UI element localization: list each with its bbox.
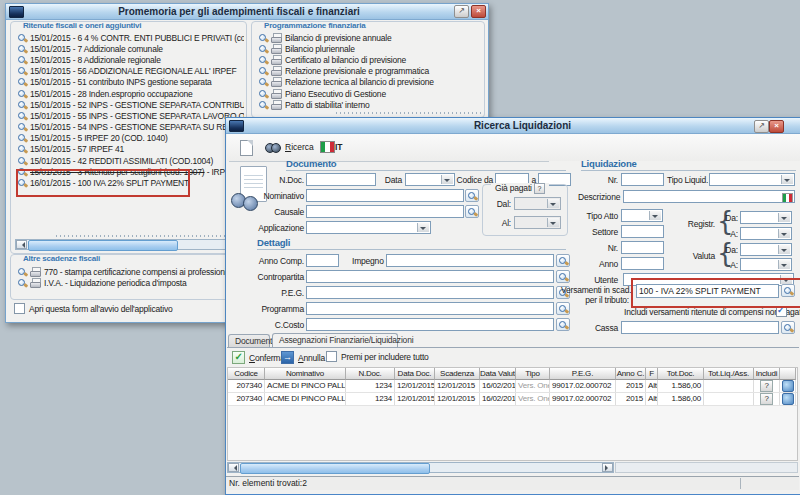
includi-help-button[interactable]: ?: [760, 380, 773, 392]
list-item[interactable]: 15/01/2015 - 7 Addizionale comunale: [17, 43, 244, 54]
list-item[interactable]: Bilancio di previsione annuale: [258, 32, 482, 43]
list-item[interactable]: Bilancio pluriennale: [258, 43, 482, 54]
dal-combo[interactable]: [514, 197, 561, 210]
column-header[interactable]: Includi: [754, 368, 780, 380]
column-header[interactable]: Tot.Liq./Ass.: [704, 368, 754, 380]
column-header[interactable]: P.E.G.: [550, 368, 616, 380]
list-item[interactable]: 15/01/2015 - 54 INPS - GESTIONE SEPARATA…: [17, 122, 244, 133]
versamenti-lookup-button[interactable]: [781, 284, 795, 297]
registr-a-combo[interactable]: [740, 227, 792, 240]
contropartita-input[interactable]: [306, 270, 554, 283]
list-item[interactable]: 15/01/2015 - 6 4 % CONTR. ENTI PUBBLICI …: [17, 32, 244, 43]
startup-checkbox[interactable]: [14, 303, 25, 314]
tipo-atto-combo[interactable]: [621, 209, 663, 222]
contropartita-lookup-button[interactable]: [556, 270, 570, 283]
list-item[interactable]: Relazione previsionale e programmatica: [258, 66, 482, 77]
help-icon[interactable]: ?: [534, 183, 545, 194]
column-header[interactable]: Tipo: [516, 368, 550, 380]
close-button[interactable]: ×: [471, 5, 486, 18]
registr-da-combo[interactable]: [740, 211, 792, 224]
descrizione-input[interactable]: [623, 190, 795, 203]
scrollbar-thumb[interactable]: [28, 240, 178, 251]
versamenti-input[interactable]: 100 - IVA 22% SPLIT PAYMENT: [636, 284, 779, 298]
column-header[interactable]: Codice: [228, 368, 265, 380]
column-header[interactable]: Tot.Doc.: [658, 368, 704, 380]
annulla-button[interactable]: → Annulla: [281, 351, 325, 364]
column-header[interactable]: F: [646, 368, 658, 380]
list-item[interactable]: 15/01/2015 - 42 REDDITI ASSIMILATI (COD.…: [17, 155, 244, 166]
ndoc-input[interactable]: [306, 173, 376, 186]
ricerca-button[interactable]: Ricerca: [285, 142, 314, 152]
ccosto-lookup-button[interactable]: [556, 318, 570, 331]
list-item[interactable]: 15/01/2015 - 52 INPS - GESTIONE SEPARATA…: [17, 99, 244, 110]
list-item[interactable]: I.V.A. - Liquidazione periodica d'impost…: [17, 277, 244, 288]
premi-checkbox-row[interactable]: Premi per includere tutto: [326, 351, 429, 362]
table-horizontal-scrollbar[interactable]: [227, 462, 614, 473]
column-header[interactable]: Scadenza: [435, 368, 480, 380]
applicazione-combo[interactable]: [306, 221, 431, 234]
list-item[interactable]: Patto di stabilita' interno: [258, 99, 482, 110]
table-row[interactable]: 207340ACME DI PINCO PALLA123412/01/20151…: [228, 393, 797, 406]
tab-documenti[interactable]: Documenti: [228, 334, 270, 347]
list-item[interactable]: 16/01/2015 - 100 IVA 22% SPLIT PAYMENT: [17, 177, 244, 188]
settore-input[interactable]: [621, 225, 664, 238]
list-item[interactable]: 15/01/2015 - 28 Inden.esproprio occupazi…: [17, 88, 244, 99]
scrollbar-thumb[interactable]: [240, 463, 430, 474]
causale-lookup-button[interactable]: [465, 205, 479, 218]
horizontal-scrollbar[interactable]: [15, 239, 241, 250]
includi-versamenti-checkbox[interactable]: [776, 306, 787, 317]
column-header[interactable]: [780, 368, 796, 380]
list-item[interactable]: Piano Esecutivo di Gestione: [258, 88, 482, 99]
premi-checkbox[interactable]: [326, 351, 337, 362]
programma-input[interactable]: [306, 302, 554, 315]
binoculars-icon[interactable]: [265, 142, 281, 153]
nominativo-input[interactable]: [306, 189, 464, 202]
table-row[interactable]: 207340ACME DI PINCO PALLA123412/01/20151…: [228, 380, 797, 393]
italy-flag-icon[interactable]: [320, 141, 335, 153]
list-item[interactable]: 15/01/2015 - 55 INPS - GESTIONE SEPARATA…: [17, 110, 244, 121]
list-item[interactable]: 15/01/2015 - 5 IRPEF 20 (COD. 1040): [17, 133, 244, 144]
row-action-icon[interactable]: [782, 393, 794, 405]
anno-input[interactable]: [621, 257, 664, 270]
al-combo[interactable]: [514, 216, 561, 229]
startup-checkbox-row[interactable]: Apri questa form all'avvio dell'applicat…: [14, 303, 172, 314]
list-item[interactable]: 15/01/2015 - 8 Addizionale regionale: [17, 54, 244, 65]
column-header[interactable]: N.Doc.: [346, 368, 395, 380]
cassa-input[interactable]: [621, 321, 779, 334]
column-header[interactable]: Data Valuta: [480, 368, 516, 380]
column-header[interactable]: Anno C.: [616, 368, 646, 380]
anno-comp-input[interactable]: [306, 254, 339, 267]
conferma-button[interactable]: ✓ Conferma: [232, 351, 285, 364]
list-item[interactable]: Relazione tecnica al bilancio di previsi…: [258, 77, 482, 88]
new-document-icon[interactable]: [240, 140, 253, 156]
includi-help-button[interactable]: ?: [760, 393, 773, 405]
peg-input[interactable]: [306, 286, 554, 299]
column-header[interactable]: Data Doc.: [395, 368, 435, 380]
impegno-lookup-button[interactable]: [556, 254, 570, 267]
list-item[interactable]: 15/01/2015 - 3 Ritenuto per scaglioni (c…: [17, 166, 244, 177]
column-header[interactable]: Nominativo: [265, 368, 346, 380]
data-combo[interactable]: [405, 173, 455, 186]
nominativo-lookup-button[interactable]: [465, 189, 479, 202]
ccosto-input[interactable]: [306, 318, 554, 331]
list-item[interactable]: 770 - stampa certificazione compensi ai …: [17, 266, 244, 277]
tipo-liquid-combo[interactable]: [709, 173, 795, 186]
row-action-icon[interactable]: [782, 380, 794, 392]
valuta-da-combo[interactable]: [740, 243, 792, 256]
promemoria-titlebar[interactable]: Promemoria per gli adempimenti fiscali e…: [6, 4, 488, 20]
restore-button[interactable]: ↗: [754, 120, 769, 133]
list-item[interactable]: Certificato al bilancio di previsione: [258, 54, 482, 65]
list-item[interactable]: 15/01/2015 - 51 contributo INPS gestione…: [17, 77, 244, 88]
liq-nr2-input[interactable]: [621, 241, 664, 254]
impegno-input[interactable]: [386, 254, 554, 267]
list-item[interactable]: 15/01/2015 - 57 IRPEF 41: [17, 144, 244, 155]
cassa-lookup-button[interactable]: [781, 321, 795, 334]
valuta-a-combo[interactable]: [740, 258, 792, 271]
liq-nr-input[interactable]: [621, 173, 664, 186]
causale-input[interactable]: [306, 205, 464, 218]
list-item[interactable]: 15/01/2015 - 56 ADDIZIONALE REGIONALE AL…: [17, 66, 244, 77]
tab-assegnazioni[interactable]: Assegnazioni Finanziarie/Liquidazioni: [272, 333, 398, 347]
close-button[interactable]: ×: [769, 120, 784, 133]
ricerca-titlebar[interactable]: Ricerca Liquidazioni ↗ ×: [226, 118, 800, 134]
restore-button[interactable]: ↗: [454, 5, 469, 18]
